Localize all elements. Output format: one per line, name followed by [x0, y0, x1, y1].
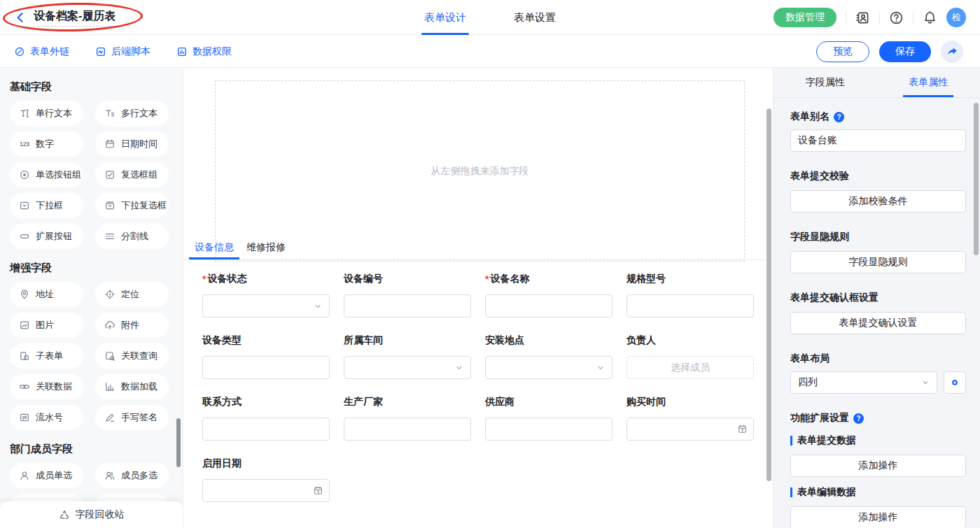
toolbar-links: 表单外链后端脚本数据权限 [14, 35, 232, 68]
palette-item-label: 分割线 [121, 230, 148, 243]
recycle-icon [59, 509, 70, 520]
toolbar-link-表单外链[interactable]: 表单外链 [14, 45, 69, 58]
header-tab-表单设置[interactable]: 表单设置 [514, 0, 556, 35]
field-dropzone[interactable]: 从左侧拖拽来添加字段 [215, 80, 745, 262]
palette-item-子表单[interactable]: 子表单 [10, 343, 83, 369]
palette-item-下拉框[interactable]: 下拉框 [10, 193, 83, 218]
select-所属车间[interactable] [344, 356, 471, 379]
text-input-生产厂家[interactable] [344, 418, 471, 441]
palette-item-数据加载[interactable]: 数据加载 [95, 374, 169, 399]
data-manage-button[interactable]: 数据管理 [774, 8, 836, 27]
required-asterisk: * [202, 273, 206, 285]
member-picker-负责人[interactable]: 选择成员 [626, 356, 754, 379]
form-alias-input[interactable]: 设备台账 [790, 129, 966, 152]
palette-item-地址[interactable]: 地址 [10, 282, 83, 307]
panel-tab-表单属性[interactable]: 表单属性 [877, 68, 980, 97]
field-label-text: 生产厂家 [344, 396, 383, 408]
layout-settings-button[interactable] [944, 371, 966, 394]
ext-button-icon [19, 231, 30, 242]
text-input-设备名称[interactable] [485, 294, 612, 317]
canvas-tab-设备信息[interactable]: 设备信息 [195, 235, 234, 259]
添加操作-button[interactable]: 添加操作 [790, 455, 966, 477]
question-icon[interactable]: ? [853, 413, 864, 424]
palette-item-单选按钮组[interactable]: 单选按钮组 [10, 162, 83, 187]
chevron-down-icon [596, 363, 606, 373]
form-layout-select[interactable]: 四列 [790, 371, 937, 394]
palette-item-分割线[interactable]: 分割线 [95, 224, 169, 249]
palette-item-附件[interactable]: 附件 [95, 313, 169, 338]
palette-item-复选框组[interactable]: 复选框组 [95, 162, 169, 187]
avatar[interactable]: 检 [946, 8, 966, 27]
select-安装地点[interactable] [485, 356, 612, 379]
data-load-icon [104, 381, 115, 392]
form-canvas: 从左侧拖拽来添加字段 设备信息维修报修 *设备状态设备编号*设备名称规格型号设备… [183, 68, 773, 528]
palette-item-扩展按钮[interactable]: 扩展按钮 [10, 224, 83, 249]
palette-item-label: 扩展按钮 [36, 230, 72, 243]
inspector-section-label: 表单提交校验 [790, 169, 966, 183]
datetime-icon [104, 138, 115, 150]
palette-item-关联查询[interactable]: 关联查询 [95, 343, 169, 369]
palette-section-title: 部门成员字段 [10, 443, 183, 456]
extension-group-label: 表单编辑数据 [790, 485, 966, 499]
字段显隐规则-button[interactable]: 字段显隐规则 [790, 251, 966, 273]
canvas-scrollbar[interactable] [766, 108, 771, 481]
palette-item-数字[interactable]: 123数字 [10, 131, 83, 157]
save-button[interactable]: 保存 [879, 41, 931, 62]
toolbar-link-数据权限[interactable]: 数据权限 [176, 45, 232, 58]
panel-tab-字段属性[interactable]: 字段属性 [774, 68, 877, 97]
share-button[interactable] [941, 41, 963, 63]
calendar-icon [313, 485, 323, 496]
palette-grid: 单行文本多行文本123数字日期时间单选按钮组复选框组下拉框下拉复选框扩展按钮分割… [10, 101, 183, 249]
form-field-grid: *设备状态设备编号*设备名称规格型号设备类型所属车间安装地点负责人选择成员联系方… [202, 272, 754, 502]
palette-item-多行文本[interactable]: 多行文本 [95, 101, 169, 126]
sidebar-scrollbar[interactable] [176, 418, 181, 467]
text-input-设备类型[interactable] [202, 356, 330, 379]
palette-item-定位[interactable]: 定位 [95, 282, 169, 307]
field-label: 生产厂家 [344, 395, 471, 409]
text-input-联系方式[interactable] [202, 418, 330, 441]
form-alias-label: 表单别名 [790, 110, 830, 123]
extension-label: 功能扩展设置 [790, 412, 849, 424]
text-input-设备编号[interactable] [344, 294, 471, 317]
contacts-icon[interactable] [855, 10, 870, 25]
panel-scrollbar[interactable] [974, 103, 979, 255]
date-input-启用日期[interactable] [202, 479, 330, 502]
palette-item-label: 附件 [121, 319, 139, 331]
palette-item-关联数据[interactable]: 关联数据 [10, 374, 83, 399]
date-input-购买时间[interactable] [626, 418, 754, 441]
palette-section-title: 增强字段 [10, 262, 183, 275]
text-input-规格型号[interactable] [626, 294, 754, 317]
palette-item-流水号[interactable]: 流水号 [10, 405, 83, 430]
field-label-text: 安装地点 [485, 334, 524, 347]
text-input-供应商[interactable] [485, 418, 612, 441]
palette-item-图片[interactable]: 图片 [10, 313, 83, 338]
palette-item-日期时间[interactable]: 日期时间 [95, 131, 169, 157]
palette-item-label: 数据加载 [121, 380, 158, 393]
canvas-tab-维修报修[interactable]: 维修报修 [246, 235, 286, 259]
表单提交确认设置-button[interactable]: 表单提交确认设置 [790, 312, 966, 334]
recycle-bin-label: 字段回收站 [76, 508, 125, 521]
divider [913, 12, 913, 24]
preview-button[interactable]: 预览 [816, 41, 869, 62]
field-label: 负责人 [626, 334, 754, 348]
palette-item-单行文本[interactable]: 单行文本 [10, 101, 83, 126]
header-tab-表单设计[interactable]: 表单设计 [424, 0, 466, 35]
select-设备状态[interactable] [202, 294, 330, 317]
添加校验条件-button[interactable]: 添加校验条件 [790, 190, 966, 213]
toolbar-link-label: 数据权限 [192, 45, 232, 58]
bell-icon[interactable] [923, 10, 937, 25]
app-header: 设备档案-履历表 表单设计表单设置 数据管理 检 [0, 0, 980, 35]
palette-item-成员多选[interactable]: 成员多选 [95, 463, 169, 488]
palette-item-成员单选[interactable]: 成员单选 [10, 463, 83, 488]
help-icon[interactable] [889, 10, 904, 25]
inspector-section-label-text: 表单提交校验 [790, 170, 849, 183]
palette-item-下拉复选框[interactable]: 下拉复选框 [95, 193, 169, 218]
form-field-设备编号: 设备编号 [344, 272, 471, 317]
question-icon[interactable]: ? [834, 112, 844, 122]
lookup-icon [104, 350, 115, 362]
添加操作-button[interactable]: 添加操作 [790, 506, 966, 528]
palette-item-手写签名[interactable]: 手写签名 [95, 405, 169, 430]
toolbar-link-后端脚本[interactable]: 后端脚本 [95, 45, 150, 58]
field-recycle-bin[interactable]: 字段回收站 [0, 501, 183, 528]
field-label: 购买时间 [626, 395, 754, 409]
